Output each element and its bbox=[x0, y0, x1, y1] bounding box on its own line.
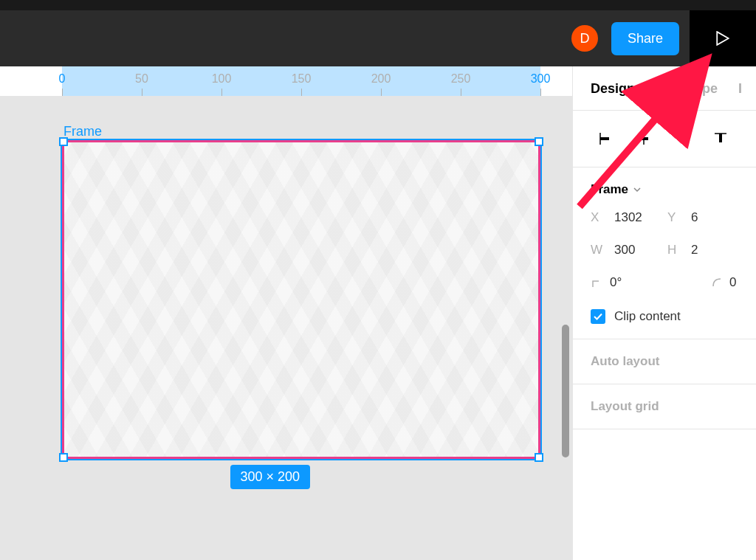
ruler-label: 0 bbox=[59, 72, 66, 86]
clip-content-label: Clip content bbox=[614, 309, 681, 324]
alignment-controls bbox=[573, 111, 756, 167]
rotation-icon bbox=[591, 276, 604, 289]
svg-rect-7 bbox=[719, 134, 722, 142]
ruler-tick bbox=[381, 89, 382, 96]
align-top-icon bbox=[713, 131, 728, 146]
ruler-tick bbox=[221, 89, 222, 96]
rotation-input[interactable]: 0° bbox=[610, 275, 662, 290]
panel-tabs: Design Prototype I bbox=[573, 66, 756, 111]
top-toolbar: D Share bbox=[0, 10, 756, 66]
frame-section-header[interactable]: Frame bbox=[591, 182, 738, 197]
horizontal-ruler[interactable]: 050100150200250300 bbox=[0, 66, 572, 96]
avatar[interactable]: D bbox=[571, 25, 598, 52]
chevron-down-icon bbox=[633, 185, 642, 194]
ruler-label: 150 bbox=[292, 72, 312, 86]
checkmark-icon bbox=[593, 311, 603, 322]
auto-layout-title: Auto layout bbox=[591, 354, 738, 369]
ruler-tick bbox=[301, 89, 302, 96]
ruler-label: 200 bbox=[371, 72, 391, 86]
svg-rect-5 bbox=[678, 137, 687, 140]
frame-section: Frame X 1302 Y 6 W 300 H 2 0° 0 Clip con… bbox=[573, 167, 756, 339]
frame-section-title: Frame bbox=[591, 182, 628, 197]
resize-handle-top-left[interactable] bbox=[59, 137, 68, 146]
ruler-label: 250 bbox=[451, 72, 471, 86]
align-hcenter-icon bbox=[636, 131, 651, 146]
x-label: X bbox=[591, 210, 608, 225]
canvas[interactable]: Frame 300 × 200 bbox=[0, 96, 572, 560]
h-input[interactable]: 2 bbox=[691, 243, 738, 257]
x-input[interactable]: 1302 bbox=[614, 210, 662, 225]
y-input[interactable]: 6 bbox=[691, 210, 738, 225]
tab-design[interactable]: Design bbox=[591, 81, 635, 97]
align-right-button[interactable] bbox=[663, 124, 701, 153]
layout-grid-section[interactable]: Layout grid bbox=[573, 384, 756, 429]
present-button[interactable] bbox=[690, 10, 756, 66]
align-top-button[interactable] bbox=[701, 124, 740, 153]
dimension-badge: 300 × 200 bbox=[230, 465, 310, 489]
align-left-icon bbox=[598, 131, 613, 146]
corner-radius-icon bbox=[710, 276, 724, 289]
ruler-tick bbox=[461, 89, 461, 96]
w-label: W bbox=[591, 243, 608, 257]
y-label: Y bbox=[667, 210, 685, 225]
vertical-scrollbar[interactable] bbox=[560, 96, 572, 560]
svg-rect-1 bbox=[600, 137, 609, 140]
ruler-label: 100 bbox=[212, 72, 232, 86]
auto-layout-section[interactable]: Auto layout bbox=[573, 339, 756, 384]
tab-inspect[interactable]: I bbox=[738, 81, 742, 97]
tab-prototype[interactable]: Prototype bbox=[656, 81, 718, 97]
h-label: H bbox=[667, 243, 685, 257]
scrollbar-thumb[interactable] bbox=[562, 325, 569, 457]
svg-rect-3 bbox=[639, 137, 648, 140]
ruler-label: 300 bbox=[531, 72, 551, 86]
ruler-tick bbox=[62, 89, 63, 96]
clip-content-checkbox[interactable] bbox=[591, 309, 605, 324]
resize-handle-bottom-right[interactable] bbox=[535, 453, 543, 462]
ruler-tick bbox=[142, 89, 142, 96]
align-right-icon bbox=[675, 131, 690, 146]
align-left-button[interactable] bbox=[586, 124, 625, 153]
frame-title[interactable]: Frame bbox=[63, 124, 102, 139]
play-icon bbox=[716, 31, 729, 46]
share-button[interactable]: Share bbox=[611, 22, 679, 55]
w-input[interactable]: 300 bbox=[614, 243, 662, 257]
align-hcenter-button[interactable] bbox=[625, 124, 663, 153]
resize-handle-bottom-left[interactable] bbox=[59, 453, 68, 462]
selected-frame[interactable] bbox=[62, 140, 540, 459]
properties-panel: Design Prototype I Frame X 1302 Y 6 W 30… bbox=[572, 66, 756, 560]
ruler-label: 50 bbox=[135, 72, 148, 86]
radius-input[interactable]: 0 bbox=[729, 275, 736, 290]
layout-grid-title: Layout grid bbox=[591, 399, 738, 414]
ruler-tick bbox=[540, 89, 541, 96]
resize-handle-top-right[interactable] bbox=[535, 137, 543, 146]
